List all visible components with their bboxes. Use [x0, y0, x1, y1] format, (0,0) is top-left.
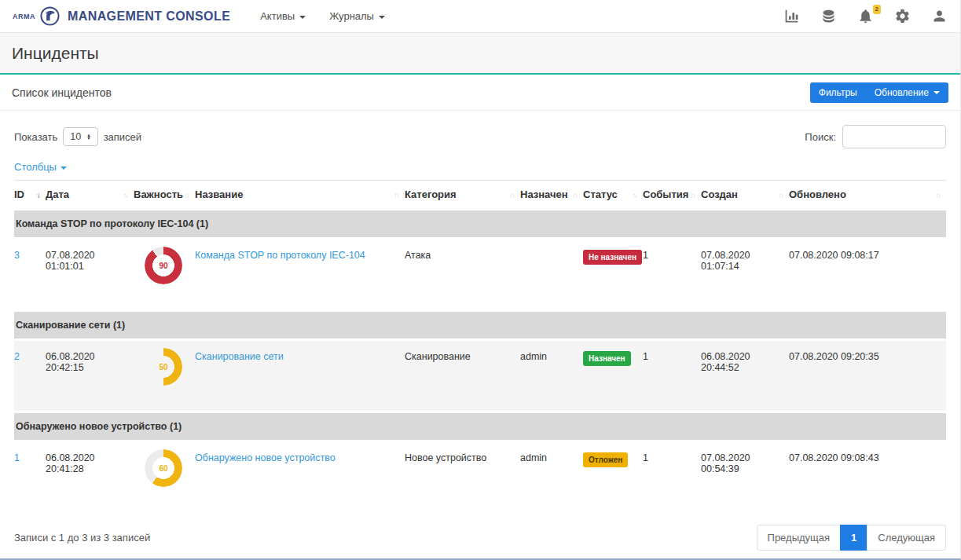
- card-header: Список инцидентов Фильтры Обновление: [0, 75, 960, 111]
- cell-events: 1: [643, 441, 701, 514]
- notification-count-badge: 2: [873, 5, 881, 14]
- cell-category: Новое устройство: [405, 441, 520, 514]
- chevron-down-icon: [379, 16, 385, 19]
- cell-assignee: [520, 239, 583, 311]
- group-title: Сканирование сети (1): [14, 311, 946, 340]
- group-title: Команда STOP по протоколу IEC-104 (1): [14, 210, 946, 239]
- cell-created: 06.08.2020 20:44:52: [701, 340, 789, 412]
- incident-id-link[interactable]: 2: [14, 351, 20, 362]
- cell-updated: 07.08.2020 09:20:35: [789, 340, 946, 412]
- column-header-status[interactable]: Статус↑↓: [583, 181, 643, 210]
- group-header-row: Команда STOP по протоколу IEC-104 (1): [14, 210, 946, 239]
- columns-row: Столбцы: [0, 152, 960, 180]
- dashboard-chart-icon[interactable]: [783, 8, 800, 24]
- cell-status: Не назначен: [583, 239, 643, 311]
- column-header-category[interactable]: Категория↑↓: [405, 181, 520, 210]
- refresh-label: Обновление: [875, 87, 929, 98]
- incident-id-link[interactable]: 3: [14, 250, 20, 261]
- column-header-name[interactable]: Название↑↓: [195, 181, 405, 210]
- cell-status: Назначен: [583, 340, 643, 412]
- sort-icon: ↑↓: [936, 190, 941, 199]
- column-header-id[interactable]: ID↑↓: [14, 181, 46, 210]
- importance-donut: 90: [145, 247, 182, 284]
- incident-id-link[interactable]: 1: [14, 452, 20, 463]
- page-title: Инциденты: [12, 44, 99, 63]
- incident-name-link[interactable]: Обнаружено новое устройство: [195, 452, 336, 463]
- database-icon[interactable]: [820, 8, 837, 24]
- column-header-date[interactable]: Дата↑↓: [46, 181, 134, 210]
- menu-assets[interactable]: Активы: [260, 10, 306, 22]
- menu-assets-label: Активы: [260, 10, 295, 22]
- records-info: Записи с 1 до 3 из 3 записей: [14, 532, 150, 544]
- settings-gear-icon[interactable]: [894, 8, 911, 24]
- importance-donut: 60: [145, 449, 182, 487]
- sort-icon: ↑↓: [185, 190, 189, 199]
- sort-icon: ↑↓: [573, 190, 578, 199]
- header-label: События: [643, 188, 688, 200]
- card-actions: Фильтры Обновление: [810, 82, 948, 103]
- incident-name-link[interactable]: Сканирование сети: [195, 351, 284, 362]
- donut-value: 60: [145, 449, 182, 487]
- search-area: Поиск:: [805, 125, 946, 148]
- cell-name: Команда STOP по протоколу IEC-104: [195, 239, 405, 311]
- cell-importance: 90: [134, 239, 195, 311]
- cell-created: 07.08.2020 00:54:39: [701, 441, 789, 514]
- column-header-updated[interactable]: Обновлено↑↓: [789, 181, 946, 210]
- column-header-assignee[interactable]: Назначен↑↓: [520, 181, 583, 210]
- table-controls: Показать 10 ▲▼ записей Поиск:: [0, 111, 960, 152]
- column-header-created[interactable]: Создан↑↓: [701, 181, 789, 210]
- group-title: Обнаружено новое устройство (1): [14, 412, 946, 441]
- cell-category: Сканирование: [405, 340, 520, 412]
- sort-icon: ↑↓: [35, 190, 40, 199]
- header-label: ID: [14, 188, 24, 200]
- cell-importance: 60: [134, 441, 195, 514]
- refresh-dropdown-button[interactable]: Обновление: [866, 82, 948, 103]
- header-label: Важность: [134, 188, 183, 200]
- menu-logs[interactable]: Журналы: [329, 10, 385, 22]
- incidents-table-wrap: ID↑↓ Дата↑↓ Важность↑↓ Название↑↓ Катего…: [0, 180, 960, 514]
- brand-logo[interactable]: ARMA MANAGEMENT CONSOLE: [13, 5, 230, 27]
- pagination-next-button[interactable]: Следующая: [867, 525, 946, 551]
- sort-icon: ↑↓: [123, 190, 128, 199]
- arma-helmet-icon: [39, 5, 61, 27]
- column-header-importance[interactable]: Важность↑↓: [134, 181, 195, 210]
- sort-icon: ↑↓: [510, 190, 515, 199]
- incidents-card: Список инцидентов Фильтры Обновление Пок…: [0, 75, 960, 551]
- group-header-row: Сканирование сети (1): [14, 311, 946, 340]
- cell-category: Атака: [405, 239, 520, 311]
- top-navbar: ARMA MANAGEMENT CONSOLE Активы Журналы 2: [0, 0, 960, 33]
- pagination-page-1-button[interactable]: 1: [840, 525, 867, 551]
- cell-importance: 50: [134, 340, 195, 412]
- status-badge: Назначен: [583, 351, 631, 366]
- filters-button[interactable]: Фильтры: [810, 82, 866, 103]
- importance-donut: 50: [145, 348, 182, 386]
- cell-date: 06.08.2020 20:42:15: [46, 340, 134, 412]
- page-size-select[interactable]: 10 ▲▼: [63, 127, 97, 146]
- columns-dropdown-button[interactable]: Столбцы: [14, 161, 67, 173]
- incidents-table: ID↑↓ Дата↑↓ Важность↑↓ Название↑↓ Катего…: [14, 180, 946, 514]
- user-profile-icon[interactable]: [931, 8, 948, 24]
- status-badge: Не назначен: [583, 250, 642, 265]
- pagination-previous-button[interactable]: Предыдущая: [757, 525, 842, 551]
- sort-icon: ↑↓: [779, 190, 783, 199]
- navbar-icons: 2: [783, 8, 948, 24]
- cell-updated: 07.08.2020 09:08:17: [789, 239, 946, 311]
- show-label: Показать: [14, 131, 57, 143]
- incident-row: 3 07.08.2020 01:01:01 90 Команда STOP по…: [14, 239, 946, 311]
- stepper-arrows-icon: ▲▼: [86, 134, 90, 141]
- incident-name-link[interactable]: Команда STOP по протоколу IEC-104: [195, 250, 365, 261]
- pagination: Предыдущая 1 Следующая: [757, 525, 946, 551]
- chevron-down-icon: [61, 167, 67, 170]
- header-label: Создан: [701, 188, 738, 200]
- header-label: Название: [195, 188, 243, 200]
- cell-id: 2: [14, 340, 46, 412]
- incident-row: 1 06.08.2020 20:41:28 60 Обнаружено ново…: [14, 441, 946, 514]
- search-input[interactable]: [842, 125, 946, 148]
- cell-events: 1: [643, 239, 701, 311]
- column-header-events[interactable]: События↑↓: [643, 181, 701, 210]
- header-label: Назначен: [520, 188, 568, 200]
- header-label: Категория: [405, 188, 457, 200]
- cell-updated: 07.08.2020 09:08:43: [789, 441, 946, 514]
- cell-events: 1: [643, 340, 701, 412]
- notifications-bell-icon[interactable]: 2: [857, 8, 874, 24]
